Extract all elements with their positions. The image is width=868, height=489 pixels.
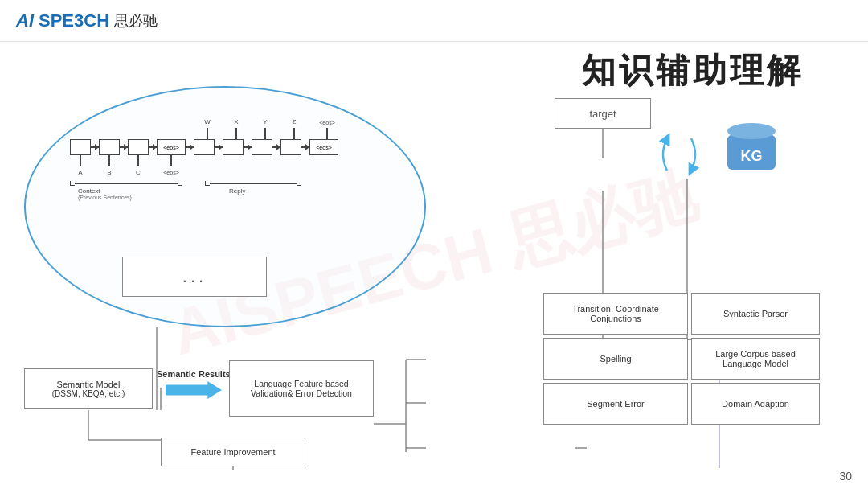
- arrow-7: [272, 146, 280, 148]
- page-title: 知识辅助理解: [582, 48, 804, 93]
- target-box: target: [555, 98, 651, 129]
- logo-ai: AI: [16, 10, 34, 31]
- box-x: [223, 139, 244, 155]
- lang-feature-line2: Validation& Error Detection: [251, 388, 352, 398]
- reply-label: Reply: [229, 187, 245, 195]
- arrow-1: [91, 146, 99, 148]
- top-label-y: Y: [255, 118, 276, 125]
- semantic-results: Semantic Results: [157, 369, 231, 399]
- top-label-x: X: [226, 118, 247, 125]
- grid-box-syntactic: Syntactic Parser: [691, 293, 820, 335]
- arrow-3: [149, 146, 157, 148]
- grid-box-segment: Segment Error: [543, 383, 688, 425]
- box-eos: <eos>: [157, 139, 186, 155]
- ellipse-area: W X Y Z <eos>: [24, 86, 426, 327]
- semantic-results-arrow: [166, 381, 222, 399]
- logo-chinese: 思必驰: [114, 11, 158, 31]
- top-label-w: W: [197, 118, 218, 125]
- main-content: AISPEECH 思必驰 知识辅助理解: [0, 42, 868, 489]
- grid-box-large-corpus: Large Corpus based Language Model: [691, 338, 820, 380]
- box-y: [252, 139, 272, 155]
- grid-box-transition: Transition, Coordinate Conjunctions: [543, 293, 688, 335]
- seq-bottom-labels: A B C <eos>: [70, 169, 391, 176]
- target-label: target: [589, 108, 616, 120]
- lang-feature-box: Language Feature based Validation& Error…: [229, 360, 374, 417]
- feature-improvement-box: Feature Improvement: [161, 438, 305, 466]
- loop-arrow: [651, 126, 699, 175]
- arrow-4: [186, 146, 194, 148]
- prev-sentences-label: (Previous Sentences): [78, 195, 132, 200]
- feature-improvement-label: Feature Improvement: [190, 447, 275, 457]
- context-label: Context: [78, 187, 132, 195]
- grid-box-spelling: Spelling: [543, 338, 688, 380]
- box-c: [128, 139, 149, 155]
- bot-label-a: A: [70, 169, 91, 176]
- dots-box: ...: [122, 257, 267, 297]
- seq-diagram: W X Y Z <eos>: [70, 118, 391, 200]
- box-a: [70, 139, 91, 155]
- arrow-2: [120, 146, 128, 148]
- bot-label-b: B: [99, 169, 120, 176]
- logo: AISPE3CH 思必驰: [16, 10, 158, 31]
- semantic-model-line2: (DSSM, KBQA, etc.): [52, 389, 125, 398]
- kg-label: KG: [741, 148, 763, 165]
- arrow-5: [215, 146, 223, 148]
- box-b: [99, 139, 120, 155]
- box-eos2: <eos>: [309, 139, 338, 155]
- semantic-model-line1: Semantic Model: [52, 380, 125, 389]
- top-label-eos: <eos>: [313, 120, 342, 125]
- logo-name: SPE3CH: [39, 10, 109, 31]
- box-z: [280, 139, 301, 155]
- arrow-6: [244, 146, 252, 148]
- right-grid: Transition, Coordinate Conjunctions Synt…: [543, 293, 820, 425]
- grid-box-domain: Domain Adaption: [691, 383, 820, 425]
- page-number: 30: [839, 470, 852, 483]
- semantic-model-box: Semantic Model (DSSM, KBQA, etc.): [24, 368, 153, 409]
- seq-main-row: <eos> <eos>: [70, 139, 391, 155]
- kg-icon: KG: [719, 122, 784, 179]
- top-label-z: Z: [284, 118, 305, 125]
- semantic-results-label: Semantic Results: [157, 369, 231, 379]
- box-w: [194, 139, 215, 155]
- seq-top-labels: W X Y Z <eos>: [70, 118, 391, 125]
- kg-cylinder: KG: [727, 131, 776, 170]
- arrow-8: [301, 146, 309, 148]
- lang-feature-line1: Language Feature based: [251, 379, 352, 388]
- bot-label-c: C: [128, 169, 149, 176]
- header: AISPE3CH 思必驰: [0, 0, 868, 42]
- bot-label-eos: <eos>: [157, 170, 186, 175]
